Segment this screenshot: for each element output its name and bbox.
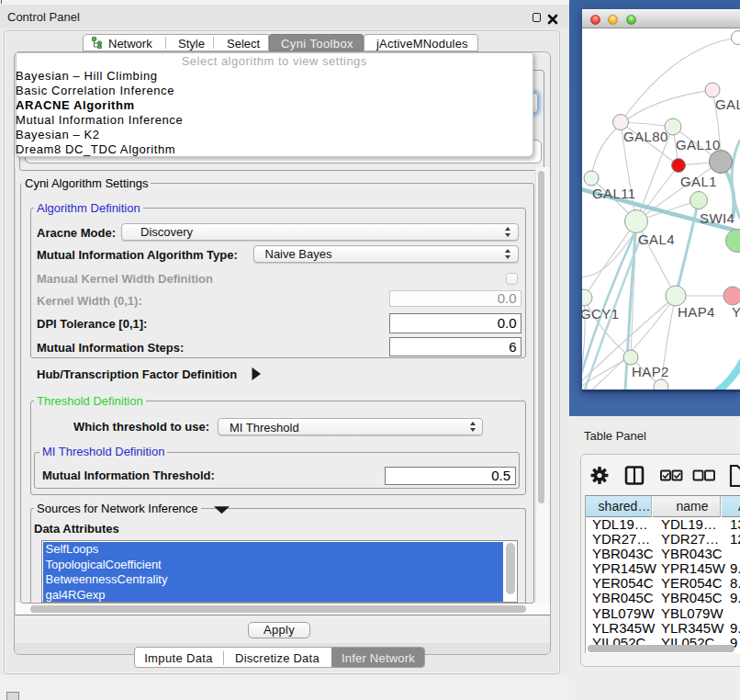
svg-text:GAL: GAL [715, 96, 740, 112]
svg-text:SWI4: SWI4 [700, 210, 734, 226]
svg-text:GCY1: GCY1 [582, 306, 619, 322]
svg-text:HAP2: HAP2 [632, 364, 669, 379]
svg-text:GAL80: GAL80 [623, 129, 668, 144]
svg-text:HAP4: HAP4 [678, 304, 715, 320]
svg-text:GAL4: GAL4 [638, 231, 675, 247]
svg-text:GAL1: GAL1 [680, 174, 717, 189]
svg-text:GAL10: GAL10 [676, 137, 721, 152]
svg-text:Y: Y [732, 304, 740, 320]
svg-text:GAL11: GAL11 [592, 186, 636, 201]
